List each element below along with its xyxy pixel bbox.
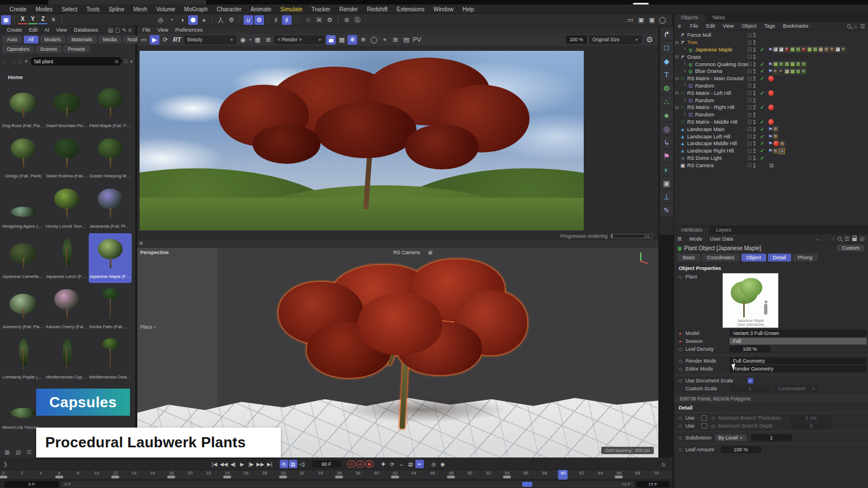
visibility-dots-toggle[interactable] [753, 141, 756, 146]
panel-view-icon[interactable]: ▤ [108, 27, 113, 33]
attr-back-icon[interactable]: ← [815, 236, 821, 242]
visibility-dots-toggle[interactable] [753, 156, 756, 160]
use-min-branch-checkbox[interactable] [701, 415, 707, 421]
last-tool-icon[interactable]: ◕ [199, 15, 209, 25]
record-pla-icon[interactable]: ✂ [415, 460, 424, 468]
plant-item[interactable]: Golden Weeping Willo... [89, 133, 132, 182]
selected-tree[interactable] [267, 259, 539, 429]
motext-icon[interactable]: T [661, 68, 673, 81]
texture-flag-icon[interactable]: ⚑ [768, 127, 772, 132]
record-rotation-icon[interactable]: ⟳ [388, 460, 397, 468]
field-icon[interactable]: ⚑ [661, 150, 673, 162]
layer-box-toggle[interactable] [748, 62, 752, 66]
custom-scale-field[interactable]: 1 [730, 385, 770, 392]
attr-menu-mode[interactable]: Mode [686, 236, 706, 242]
filter-tab-operators[interactable]: Operators [2, 45, 34, 53]
object-row[interactable]: ▣RS Camera⊡ [674, 162, 868, 169]
object-row[interactable]: └⊡Random [674, 97, 868, 104]
max-branch-field[interactable]: 3 [791, 422, 831, 429]
enabled-checkmark-icon[interactable]: ✓ [760, 134, 765, 140]
magnet-settings-icon[interactable]: ⚙ [254, 15, 264, 25]
tile-icon[interactable]: ▦ [337, 35, 346, 45]
section-header-home[interactable]: Home [0, 66, 135, 81]
record-parameter-icon[interactable]: ▤ [406, 460, 415, 468]
autokey-icon[interactable]: A [356, 460, 364, 468]
plant-item[interactable]: Dog-Rose (Fall, Plant) [2, 82, 45, 132]
deformer-icon[interactable]: ◎ [661, 123, 673, 135]
range-start-field[interactable]: 0 F [5, 481, 59, 487]
attr-tab-object[interactable]: Object [741, 254, 766, 262]
layer-box-toggle[interactable] [748, 41, 752, 45]
render-view-icon[interactable]: ▭ [626, 15, 635, 25]
visibility-dots-toggle[interactable] [753, 163, 756, 168]
spline-icon[interactable]: □ [661, 41, 673, 54]
ab-menu-edit[interactable]: Edit [25, 27, 41, 33]
material-swatch[interactable] [796, 69, 801, 74]
layer-box-toggle[interactable] [748, 163, 752, 167]
visibility-dots-toggle[interactable] [753, 47, 756, 52]
season-dropdown[interactable]: Fall [730, 338, 867, 345]
snapshot2-icon[interactable]: ❄ [358, 35, 368, 45]
redshift-tag-icon[interactable] [768, 119, 774, 125]
menu-select[interactable]: Select [58, 5, 81, 14]
material-swatch[interactable] [801, 69, 806, 74]
tab-layers[interactable]: Layers [709, 226, 738, 234]
region-icon[interactable]: ⊞ [390, 35, 400, 45]
current-frame-field[interactable]: 60 F [312, 460, 341, 468]
material-swatch[interactable] [779, 69, 784, 74]
character-settings-icon[interactable]: ⚙ [227, 15, 236, 25]
menu-modes[interactable]: Modes [32, 5, 57, 14]
ab-menu-view[interactable]: View [53, 27, 70, 33]
plant-item[interactable]: Japanese Maple (Fall, ... [89, 233, 132, 283]
snapshot-icon[interactable]: ❄ [348, 35, 357, 45]
next-key-button[interactable]: ▶▶ [256, 460, 265, 468]
layer-box-toggle[interactable] [748, 69, 752, 73]
camera-icon[interactable]: ▣ [428, 250, 433, 255]
magnet-tool-icon[interactable]: ∪ [244, 15, 253, 25]
record-position-icon[interactable]: ✚ [379, 460, 388, 468]
null-object-icon[interactable]: ↱ [661, 28, 673, 40]
simulation-scene-icon[interactable]: ⚙ [661, 82, 673, 94]
search-input[interactable]: fall plant ⊗ [31, 57, 122, 66]
dynamics-icon[interactable]: ∗ [661, 109, 673, 121]
redshift-tag-icon[interactable] [773, 141, 779, 146]
keyframe-marker[interactable] [0, 476, 7, 478]
om-menu-file[interactable]: File [686, 23, 702, 29]
record-scale-icon[interactable]: ↔ [397, 460, 406, 468]
attr-tab-basic[interactable]: Basic [678, 254, 700, 262]
plant-item[interactable]: Jacaranda (Fall, Plant) [89, 183, 132, 233]
plant-item[interactable]: Ginkgo (Fall, Plant) [2, 133, 45, 182]
menu-help[interactable]: Help [459, 5, 479, 14]
object-row[interactable]: ↱Focus Null [674, 32, 868, 39]
next-frame-button[interactable]: |▶ [247, 460, 255, 468]
record-keyframe-icon[interactable]: ⊙ [347, 460, 355, 468]
min-branch-field[interactable]: 1 cm [791, 415, 831, 421]
menu-volume[interactable]: Volume [152, 5, 179, 14]
primitive-cube-icon[interactable]: ◆ [661, 55, 673, 67]
menu-render[interactable]: Render [336, 5, 362, 14]
attr-tab-coordinates[interactable]: Coordinates [702, 254, 740, 262]
tab-objects[interactable]: Objects [674, 14, 705, 22]
range-current-marker[interactable] [522, 482, 532, 487]
material-swatch[interactable] [813, 47, 818, 52]
visibility-dots-toggle[interactable] [753, 127, 756, 132]
plant-item[interactable]: Field Maple (Fall, Plant) [89, 82, 132, 132]
size-dropdown[interactable]: Original Size▼ [589, 36, 641, 44]
filter-tab-materials[interactable]: Materials [67, 36, 97, 43]
enabled-checkmark-icon[interactable]: ✓ [760, 148, 765, 154]
subdivision-mode-dropdown[interactable]: By Level▼ [715, 434, 747, 441]
layer-box-toggle[interactable] [748, 142, 752, 146]
render-target-dropdown[interactable]: < Render >▼ [275, 36, 324, 44]
tracker-icon[interactable]: ↳ [661, 136, 673, 149]
disabled-tag-icon[interactable]: ⊘ [779, 148, 785, 154]
visibility-dots-toggle[interactable] [753, 149, 756, 153]
material-swatch[interactable] [801, 62, 806, 67]
marker-icon[interactable]: Ⓐ [353, 15, 362, 25]
material-swatch[interactable] [801, 47, 806, 52]
attr-hamburger-icon[interactable]: ≣ [675, 234, 684, 243]
object-row[interactable]: ▲Landscape Right Hill✓⚑⊘ [674, 147, 868, 155]
enabled-checkmark-icon[interactable]: ✓ [760, 68, 765, 74]
attr-tab-detail[interactable]: Detail [768, 254, 791, 262]
home-icon[interactable]: ⌂ [18, 58, 21, 64]
layer-box-toggle[interactable] [748, 134, 752, 138]
